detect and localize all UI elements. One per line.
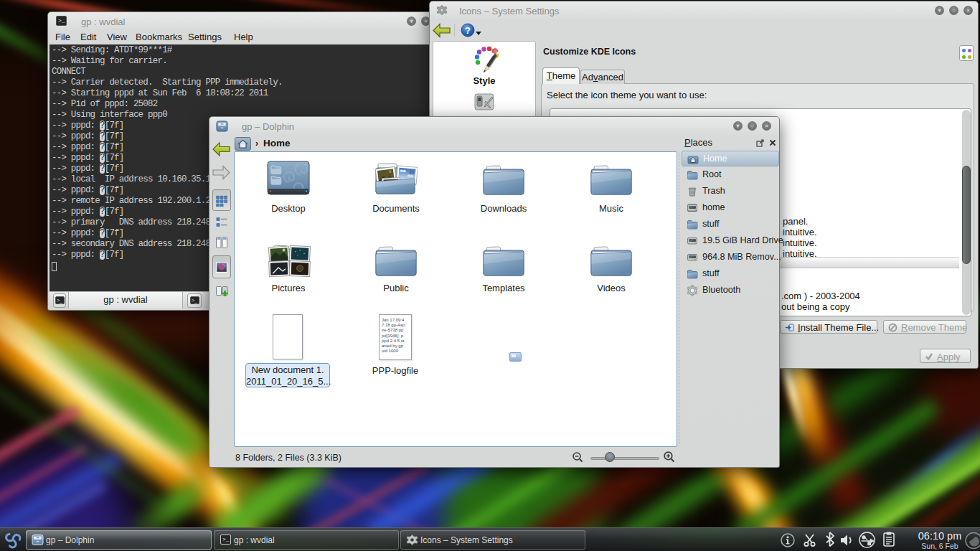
svg-text:80: 80 bbox=[409, 170, 415, 175]
svg-text:?: ? bbox=[465, 25, 471, 36]
